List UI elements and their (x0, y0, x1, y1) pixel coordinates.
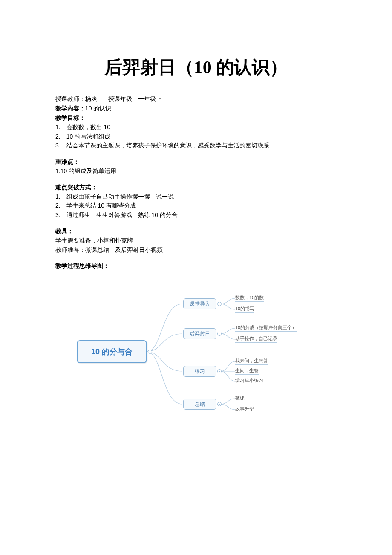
tools-heading: 教具： (55, 228, 337, 235)
branch-houyi: 后羿射日 (183, 328, 216, 339)
tools-teacher: 教师准备：微课总结，及后羿射日小视频 (55, 246, 337, 255)
branch-practice: 练习 (183, 366, 216, 377)
branch-summary: 总结 (183, 399, 216, 410)
breakthrough-item-3: 3. 通过师生、生生对答游戏，熟练 10 的分合 (55, 211, 337, 220)
breakthrough-item-1: 1. 组成由孩子自己动手操作摆一摆，说一说 (55, 192, 337, 202)
content-value: 10 的认识 (85, 105, 111, 112)
goals-item-3: 3. 结合本节课的主题课，培养孩子保护环境的意识，感受数学与生活的密切联系 (55, 141, 337, 150)
mindmap-root: 10 的分与合 (77, 340, 147, 363)
difficulty-heading: 重难点： (55, 158, 337, 166)
breakthrough-item-2: 2. 学生来总结 10 有哪些分成 (55, 201, 337, 211)
page-title: 后羿射日（10 的认识） (55, 55, 337, 79)
leaf: 学习单小练习 (235, 377, 263, 384)
breakthrough-heading: 难点突破方式： (55, 184, 337, 191)
leaf: 10的书写 (235, 306, 254, 313)
difficulty-item: 1.10 的组成及简单运用 (55, 167, 337, 176)
leaf: 数数，10的数 (235, 295, 264, 302)
process-heading: 教学过程思维导图： (55, 262, 337, 270)
leaf: 生问，生答 (235, 367, 259, 375)
goals-heading: 教学目标： (55, 114, 337, 122)
mindmap: 10 的分与合 课堂导入 数数，10的数 10的书写 后羿射日 10的分成（按顺… (77, 287, 337, 428)
meta-teacher-grade: 授课教师：杨爽授课年级：一年级上 (55, 95, 337, 103)
leaf: 微课 (235, 395, 245, 402)
tools-student: 学生需要准备：小棒和扑克牌 (55, 236, 337, 246)
grade-value: 一年级上 (138, 95, 162, 102)
meta-content: 教学内容：10 的认识 (55, 105, 337, 113)
content-label: 教学内容： (55, 105, 85, 112)
goals-item-2: 2. 10 的写法和组成 (55, 132, 337, 142)
teacher-value: 杨爽 (85, 95, 97, 102)
grade-label: 授课年级： (108, 95, 138, 102)
leaf: 动手操作，自己记录 (235, 335, 277, 343)
leaf: 我来问，生来答 (235, 358, 268, 365)
leaf: 故事升华 (235, 406, 254, 413)
leaf: 10的分成（按顺序分前三个） (235, 324, 297, 332)
teacher-label: 授课教师： (55, 95, 85, 102)
branch-intro: 课堂导入 (183, 298, 216, 309)
goals-item-1: 1. 会数数，数出 10 (55, 123, 337, 132)
